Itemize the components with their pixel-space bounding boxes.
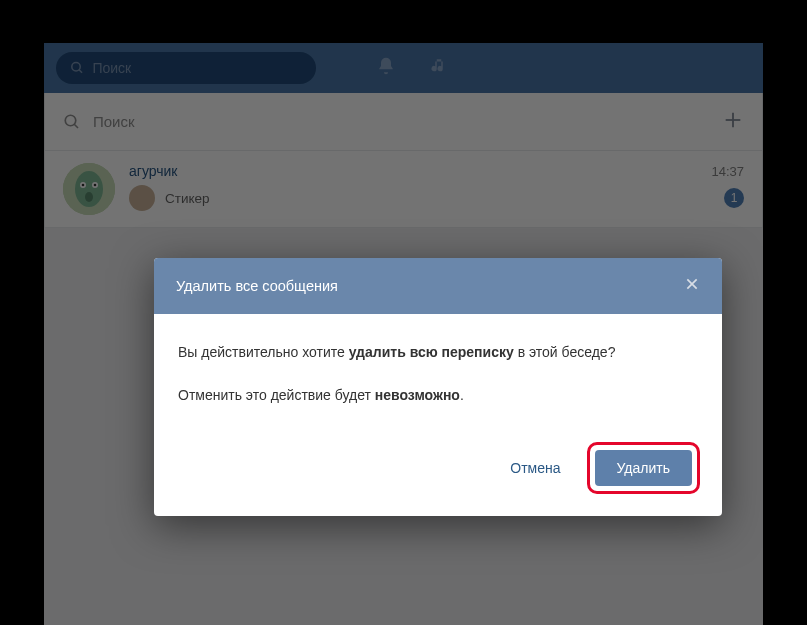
highlight-annotation: Удалить	[587, 442, 700, 494]
close-icon[interactable]	[684, 276, 700, 296]
delete-button[interactable]: Удалить	[595, 450, 692, 486]
dialog-footer: Отмена Удалить	[154, 428, 722, 516]
cancel-button[interactable]: Отмена	[502, 450, 568, 486]
dialog-header: Удалить все сообщения	[154, 258, 722, 314]
dialog-title: Удалить все сообщения	[176, 278, 338, 294]
delete-dialog: Удалить все сообщения Вы действительно х…	[154, 258, 722, 516]
dialog-line2: Отменить это действие будет невозможно.	[178, 385, 698, 406]
dialog-line1: Вы действительно хотите удалить всю пере…	[178, 342, 698, 363]
dialog-body: Вы действительно хотите удалить всю пере…	[154, 314, 722, 428]
